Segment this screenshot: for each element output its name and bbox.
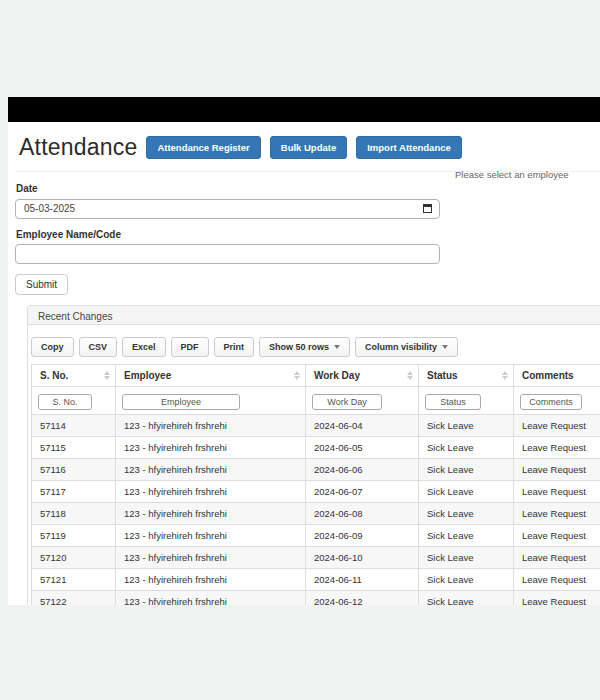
table-row[interactable]: 57121 123 - hfyirehireh frshrehi 2024-06… — [32, 569, 600, 591]
select-employee-note: Please select an employee — [455, 169, 569, 180]
cell-workday: 2024-06-08 — [306, 503, 419, 525]
header-row: S. No. Employee Work Day Status — [32, 365, 600, 387]
cell-employee: 123 - hfyirehireh frshrehi — [116, 569, 306, 591]
column-visibility-dropdown[interactable]: Column visibility — [355, 337, 458, 357]
pdf-button[interactable]: PDF — [171, 337, 209, 357]
cell-status: Sick Leave — [419, 525, 514, 547]
cell-employee: 123 - hfyirehireh frshrehi — [116, 525, 306, 547]
column-header-label: S. No. — [40, 370, 68, 381]
table-row[interactable]: 57122 123 - hfyirehireh frshrehi 2024-06… — [32, 591, 600, 606]
bulk-update-button[interactable]: Bulk Update — [270, 136, 347, 159]
date-input[interactable] — [15, 199, 440, 219]
column-header-workday[interactable]: Work Day — [306, 365, 419, 387]
column-visibility-label: Column visibility — [365, 342, 437, 352]
column-header-label: Status — [427, 370, 458, 381]
attendance-table: S. No. Employee Work Day Status — [31, 364, 600, 605]
cell-employee: 123 - hfyirehireh frshrehi — [116, 437, 306, 459]
employee-name-input[interactable] — [15, 244, 440, 264]
cell-sno: 57121 — [32, 569, 116, 591]
show-rows-label: Show 50 rows — [269, 342, 329, 352]
panel-title: Recent Changes — [28, 306, 600, 325]
column-header-status[interactable]: Status — [419, 365, 514, 387]
print-button[interactable]: Print — [214, 337, 255, 357]
table-row[interactable]: 57114 123 - hfyirehireh frshrehi 2024-06… — [32, 415, 600, 437]
cell-sno: 57114 — [32, 415, 116, 437]
table-row[interactable]: 57120 123 - hfyirehireh frshrehi 2024-06… — [32, 547, 600, 569]
sort-icon — [407, 371, 413, 380]
cell-status: Sick Leave — [419, 503, 514, 525]
top-nav-bar — [8, 97, 600, 122]
panel-body: Copy CSV Excel PDF Print Show 50 rows Co… — [28, 325, 600, 605]
submit-button[interactable]: Submit — [15, 274, 68, 295]
cell-comments: Leave Request — [514, 437, 600, 459]
employee-filter-input[interactable] — [122, 394, 240, 410]
cell-status: Sick Leave — [419, 415, 514, 437]
cell-sno: 57117 — [32, 481, 116, 503]
cell-status: Sick Leave — [419, 569, 514, 591]
cell-comments: Leave Request — [514, 503, 600, 525]
comments-filter-input[interactable] — [520, 394, 582, 410]
column-header-label: Work Day — [314, 370, 360, 381]
sno-filter-input[interactable] — [38, 394, 92, 410]
cell-comments: Leave Request — [514, 525, 600, 547]
table-row[interactable]: 57116 123 - hfyirehireh frshrehi 2024-06… — [32, 459, 600, 481]
filter-row — [32, 387, 600, 415]
column-header-employee[interactable]: Employee — [116, 365, 306, 387]
table-row[interactable]: 57115 123 - hfyirehireh frshrehi 2024-06… — [32, 437, 600, 459]
cell-employee: 123 - hfyirehireh frshrehi — [116, 591, 306, 606]
date-input-wrap — [15, 198, 440, 219]
cell-employee: 123 - hfyirehireh frshrehi — [116, 503, 306, 525]
chevron-down-icon — [442, 345, 448, 349]
cell-employee: 123 - hfyirehireh frshrehi — [116, 547, 306, 569]
cell-status: Sick Leave — [419, 437, 514, 459]
show-rows-dropdown[interactable]: Show 50 rows — [259, 337, 350, 357]
column-header-label: Comments — [522, 370, 574, 381]
cell-sno: 57120 — [32, 547, 116, 569]
cell-employee: 123 - hfyirehireh frshrehi — [116, 415, 306, 437]
page-title: Attendance — [19, 134, 137, 161]
page-top-margin — [0, 0, 600, 97]
employee-name-label: Employee Name/Code — [16, 229, 600, 240]
table-row[interactable]: 57119 123 - hfyirehireh frshrehi 2024-06… — [32, 525, 600, 547]
chevron-down-icon — [334, 345, 340, 349]
copy-button[interactable]: Copy — [31, 337, 74, 357]
attendance-register-button[interactable]: Attendance Register — [146, 136, 260, 159]
calendar-icon[interactable] — [423, 204, 432, 213]
cell-sno: 57122 — [32, 591, 116, 606]
cell-status: Sick Leave — [419, 591, 514, 606]
cell-workday: 2024-06-07 — [306, 481, 419, 503]
page-bottom-margin — [0, 605, 600, 700]
sort-icon — [104, 371, 110, 380]
cell-status: Sick Leave — [419, 481, 514, 503]
cell-comments: Leave Request — [514, 547, 600, 569]
cell-workday: 2024-06-11 — [306, 569, 419, 591]
cell-comments: Leave Request — [514, 481, 600, 503]
table-row[interactable]: 57118 123 - hfyirehireh frshrehi 2024-06… — [32, 503, 600, 525]
cell-sno: 57119 — [32, 525, 116, 547]
cell-employee: 123 - hfyirehireh frshrehi — [116, 459, 306, 481]
cell-sno: 57116 — [32, 459, 116, 481]
date-label: Date — [16, 183, 600, 194]
table-toolbar: Copy CSV Excel PDF Print Show 50 rows Co… — [31, 337, 600, 357]
workday-filter-input[interactable] — [312, 394, 382, 410]
cell-workday: 2024-06-06 — [306, 459, 419, 481]
attendance-form: Date Employee Name/Code Submit — [15, 172, 600, 295]
column-header-comments[interactable]: Comments — [514, 365, 600, 387]
csv-button[interactable]: CSV — [79, 337, 118, 357]
table-row[interactable]: 57117 123 - hfyirehireh frshrehi 2024-06… — [32, 481, 600, 503]
cell-status: Sick Leave — [419, 459, 514, 481]
main-content: Please select an employee Attendance Att… — [8, 122, 600, 605]
excel-button[interactable]: Excel — [122, 337, 166, 357]
cell-comments: Leave Request — [514, 591, 600, 606]
column-header-sno[interactable]: S. No. — [32, 365, 116, 387]
sort-icon — [294, 371, 300, 380]
status-filter-input[interactable] — [425, 394, 481, 410]
import-attendance-button[interactable]: Import Attendance — [356, 136, 462, 159]
cell-employee: 123 - hfyirehireh frshrehi — [116, 481, 306, 503]
table-head: S. No. Employee Work Day Status — [32, 365, 600, 415]
cell-comments: Leave Request — [514, 459, 600, 481]
cell-workday: 2024-06-04 — [306, 415, 419, 437]
recent-changes-panel: Recent Changes Copy CSV Excel PDF Print … — [27, 305, 600, 605]
column-header-label: Employee — [124, 370, 171, 381]
sort-icon — [502, 371, 508, 380]
